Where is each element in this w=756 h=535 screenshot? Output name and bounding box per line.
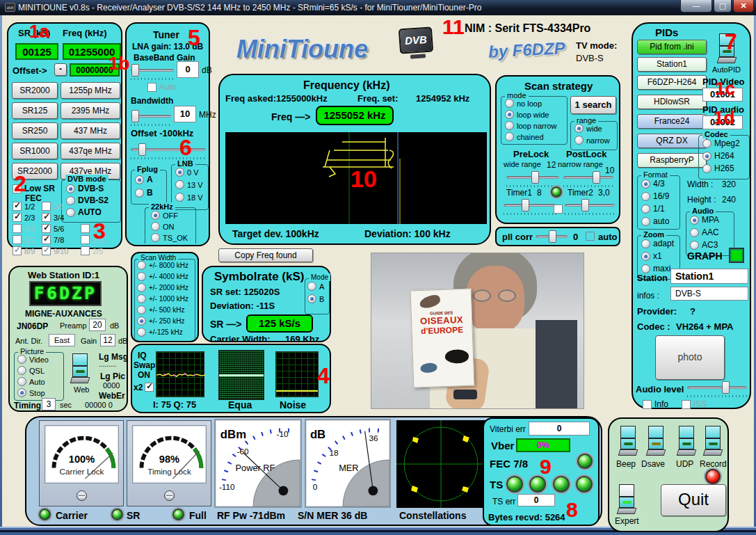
maximize-button[interactable]: ▢ [714, 0, 732, 13]
radio-sw-2000[interactable]: +/- 2000 kHz [137, 283, 188, 292]
radio-zoom-x1[interactable]: x1 [641, 251, 662, 261]
radio-dot[interactable] [137, 317, 146, 326]
freq-2395-button[interactable]: 2395 MHz [61, 102, 120, 119]
radio-picture-qsl[interactable]: QSL [17, 366, 45, 375]
radio-h265[interactable]: H265 [702, 163, 734, 173]
f6dzp-h264-button[interactable]: F6DZP-H264 [637, 75, 707, 90]
x2-checkbox[interactable] [145, 383, 154, 392]
station1-button[interactable]: Station1 [637, 57, 707, 72]
radio-dot[interactable] [690, 216, 699, 225]
meter-screw[interactable] [77, 490, 87, 501]
fec-9-10[interactable]: 9/10 [42, 246, 68, 255]
radio-picture-auto[interactable]: Auto [17, 377, 45, 386]
radio-dot[interactable] [690, 241, 699, 250]
audio-level-slider[interactable] [687, 381, 747, 394]
radio-ac3[interactable]: AC3 [690, 240, 718, 250]
checkbox-box[interactable] [13, 235, 22, 244]
radio-sw-500[interactable]: +/- 500 kHz [137, 305, 184, 314]
radio-dot[interactable] [135, 175, 144, 184]
checkbox-box[interactable] [643, 400, 652, 409]
meter-screw[interactable] [164, 490, 175, 501]
fec-3-4[interactable]: 3/4 [42, 213, 64, 222]
station-field[interactable]: Station1 [670, 269, 748, 284]
record-switch[interactable] [704, 426, 722, 456]
radio-sw-4000[interactable]: +/- 4000 kHz [137, 272, 188, 281]
fec-1-2[interactable]: 1/2 [13, 202, 35, 211]
radio-dot[interactable] [307, 294, 316, 303]
radio-dot[interactable] [505, 132, 514, 141]
radio-range-wide[interactable]: wide [574, 124, 602, 133]
checkbox-box[interactable] [13, 246, 22, 255]
offset-minus-button[interactable]: - [54, 63, 67, 76]
radio-picture-stop[interactable]: Stop [17, 388, 45, 397]
baseband-gain-slider[interactable] [131, 64, 174, 77]
radio-dot[interactable] [505, 121, 514, 130]
checkbox-box[interactable] [147, 83, 156, 92]
radio-dot[interactable] [690, 228, 699, 237]
checkbox-box[interactable] [13, 224, 22, 233]
radio-dot[interactable] [66, 208, 75, 217]
radio-dot[interactable] [505, 99, 514, 108]
radio-lnb-18v[interactable]: 18 V [175, 193, 203, 202]
radio-dot[interactable] [574, 136, 584, 145]
radio-fplug-b[interactable]: B [135, 188, 153, 198]
fec-5-6[interactable]: 5/6 [42, 224, 64, 233]
gain-field[interactable]: 12 [100, 334, 115, 346]
title-bar[interactable]: dvb MINITIOUNE v0.8s - Receiver/Analyser… [0, 0, 756, 15]
sr250-button[interactable]: SR250 [12, 122, 58, 139]
fec-3-5[interactable]: 3/5 [42, 202, 64, 211]
radio-chained[interactable]: chained [505, 132, 544, 141]
udp-switch[interactable] [677, 426, 695, 456]
radio-dot[interactable] [175, 168, 184, 177]
radio-dot[interactable] [641, 252, 650, 261]
copy-freq-found-button[interactable]: Copy Freq found [218, 248, 313, 262]
radio-sw-250[interactable]: +/- 250 kHz [137, 317, 184, 326]
freq-437-button[interactable]: 437 MHz [61, 122, 120, 139]
checkbox-box[interactable] [42, 213, 51, 222]
radio-dot[interactable] [641, 205, 650, 214]
radio-sr-mode-a[interactable]: A [307, 282, 324, 291]
radio-dot[interactable] [135, 189, 144, 198]
radio-picture-video[interactable]: Video [17, 355, 49, 364]
info-checkbox[interactable]: Info [643, 399, 668, 409]
radio-22khz-tsok[interactable]: TS_OK [151, 233, 188, 242]
radio-no-loop[interactable]: no loop [505, 99, 542, 108]
radio-dot[interactable] [66, 184, 75, 193]
checkbox-box[interactable] [42, 202, 51, 211]
radio-lnb-13v[interactable]: 13 V [175, 180, 203, 189]
tuner-offset-slider[interactable] [131, 143, 206, 156]
radio-dot[interactable] [641, 264, 650, 273]
qrz-dx-button[interactable]: QRZ DX [637, 134, 707, 148]
baseband-auto-checkbox[interactable]: Auto [147, 82, 177, 92]
fec-7-8[interactable]: 7/8 [42, 235, 64, 244]
radio-22khz-on[interactable]: ON [151, 222, 175, 231]
raspberryp-button[interactable]: RaspberryP [637, 153, 707, 168]
radio-lnb-0v[interactable]: 0 V [175, 168, 199, 177]
radio-dot[interactable] [307, 282, 316, 291]
checkbox-box[interactable] [81, 246, 90, 255]
checkbox-box[interactable] [13, 213, 22, 222]
checkbox-box[interactable] [42, 246, 51, 255]
fec-4-5[interactable]: 4/5 [13, 224, 35, 233]
radio-loop-wide[interactable]: loop wide [505, 110, 549, 119]
radio-dvbs2[interactable]: DVB-S2 [66, 195, 108, 205]
radio-dot[interactable] [641, 217, 650, 226]
radio-dot[interactable] [641, 239, 650, 248]
radio-dot[interactable] [137, 328, 146, 337]
radio-1-1[interactable]: 1/1 [641, 204, 665, 214]
checkbox-box[interactable] [682, 400, 691, 409]
baseband-gain-value[interactable]: 0 [177, 61, 199, 78]
fec-2-3[interactable]: 2/3 [13, 213, 35, 222]
preamp-field[interactable]: 20 [89, 319, 106, 331]
radio-dot[interactable] [702, 139, 711, 148]
radio-dot[interactable] [641, 179, 650, 189]
radio-range-narrow[interactable]: narrow [574, 136, 610, 145]
freq-437qe-button[interactable]: 437qe MHz [61, 143, 120, 159]
iss-checkbox[interactable]: ISS [682, 399, 707, 409]
one-search-button[interactable]: 1 search [570, 96, 616, 114]
beep-switch[interactable] [619, 426, 637, 456]
radio-sr-mode-b[interactable]: B [307, 294, 324, 303]
radio-dvbs[interactable]: DVB-S [66, 184, 104, 193]
checkbox-box[interactable] [81, 224, 90, 233]
sr125-button[interactable]: SR125 [12, 102, 58, 119]
